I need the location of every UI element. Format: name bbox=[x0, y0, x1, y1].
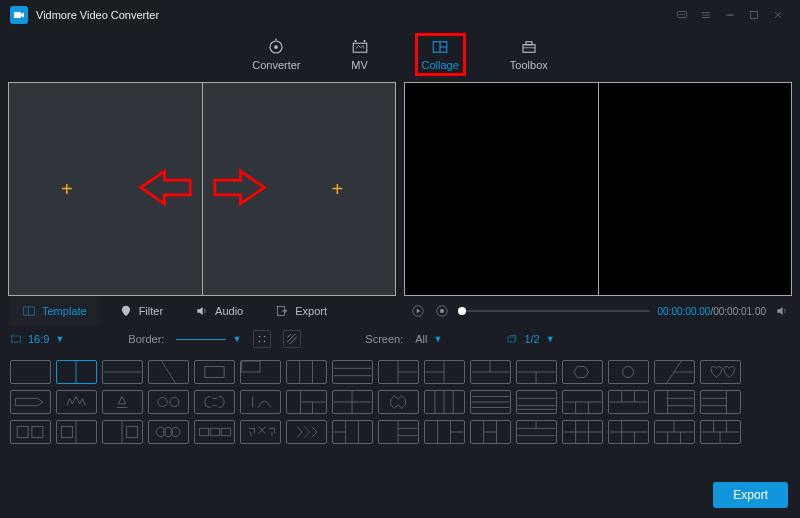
template-item[interactable] bbox=[424, 360, 465, 384]
feedback-button[interactable] bbox=[670, 3, 694, 27]
mv-icon bbox=[349, 38, 371, 56]
maximize-button[interactable] bbox=[742, 3, 766, 27]
nav-mv[interactable]: MV bbox=[345, 36, 375, 73]
preview-pane-right bbox=[599, 83, 792, 295]
close-button[interactable] bbox=[766, 3, 790, 27]
template-item[interactable] bbox=[194, 390, 235, 414]
add-media-icon[interactable]: + bbox=[331, 178, 343, 201]
svg-rect-28 bbox=[440, 309, 444, 313]
collage-icon bbox=[429, 38, 451, 56]
nav-converter[interactable]: Converter bbox=[248, 36, 304, 73]
template-item[interactable] bbox=[240, 390, 281, 414]
template-item[interactable] bbox=[562, 420, 603, 444]
template-item[interactable] bbox=[608, 390, 649, 414]
template-item[interactable] bbox=[102, 390, 143, 414]
nav-toolbox-label: Toolbox bbox=[510, 59, 548, 71]
template-item[interactable] bbox=[378, 390, 419, 414]
border-hatch-button[interactable] bbox=[283, 330, 301, 348]
border-grid-button[interactable] bbox=[253, 330, 271, 348]
template-item[interactable] bbox=[56, 360, 97, 384]
svg-rect-29 bbox=[12, 336, 21, 342]
template-item[interactable] bbox=[562, 390, 603, 414]
template-item[interactable] bbox=[470, 390, 511, 414]
title-bar: Vidmore Video Converter bbox=[0, 0, 800, 30]
nav-converter-label: Converter bbox=[252, 59, 300, 71]
nav-collage-label: Collage bbox=[422, 59, 459, 71]
template-item[interactable] bbox=[562, 360, 603, 384]
add-media-icon[interactable]: + bbox=[61, 178, 73, 201]
template-item[interactable] bbox=[700, 360, 741, 384]
progress-bar[interactable] bbox=[458, 310, 650, 312]
template-item[interactable] bbox=[516, 360, 557, 384]
menu-button[interactable] bbox=[694, 3, 718, 27]
svg-rect-100 bbox=[199, 428, 208, 435]
template-item[interactable] bbox=[700, 420, 741, 444]
collage-pane-left[interactable]: + bbox=[9, 83, 202, 295]
template-item[interactable] bbox=[378, 360, 419, 384]
preview-pane-left bbox=[405, 83, 598, 295]
play-button[interactable] bbox=[410, 303, 426, 319]
border-style-dropdown[interactable]: ▼ bbox=[176, 334, 241, 344]
template-item[interactable] bbox=[654, 360, 695, 384]
aspect-ratio-dropdown[interactable]: 16:9 ▼ bbox=[10, 333, 64, 345]
svg-point-4 bbox=[684, 14, 685, 15]
template-item[interactable] bbox=[424, 390, 465, 414]
chevron-down-icon: ▼ bbox=[434, 334, 443, 344]
stop-button[interactable] bbox=[434, 303, 450, 319]
template-item[interactable] bbox=[332, 420, 373, 444]
template-item[interactable] bbox=[654, 390, 695, 414]
template-item[interactable] bbox=[332, 360, 373, 384]
tab-audio-label: Audio bbox=[215, 305, 243, 317]
nav-toolbox[interactable]: Toolbox bbox=[506, 36, 552, 73]
tab-audio[interactable]: Audio bbox=[183, 296, 255, 326]
template-item[interactable] bbox=[286, 390, 327, 414]
template-item[interactable] bbox=[332, 390, 373, 414]
template-item[interactable] bbox=[470, 420, 511, 444]
template-item[interactable] bbox=[516, 420, 557, 444]
template-item[interactable] bbox=[608, 420, 649, 444]
template-item[interactable] bbox=[654, 420, 695, 444]
template-item[interactable] bbox=[10, 390, 51, 414]
nav-collage[interactable]: Collage bbox=[415, 33, 466, 76]
template-item[interactable] bbox=[240, 420, 281, 444]
template-item[interactable] bbox=[516, 390, 557, 414]
template-item[interactable] bbox=[378, 420, 419, 444]
svg-rect-20 bbox=[523, 44, 535, 52]
template-item[interactable] bbox=[470, 360, 511, 384]
progress-handle[interactable] bbox=[458, 307, 466, 315]
tab-export[interactable]: Export bbox=[263, 296, 339, 326]
footer: Export bbox=[713, 482, 788, 508]
minimize-button[interactable] bbox=[718, 3, 742, 27]
template-item[interactable] bbox=[286, 360, 327, 384]
template-item[interactable] bbox=[194, 360, 235, 384]
template-item[interactable] bbox=[424, 420, 465, 444]
collage-canvas[interactable]: + + bbox=[8, 82, 396, 296]
template-item[interactable] bbox=[102, 360, 143, 384]
page-indicator[interactable]: 1/2 ▼ bbox=[506, 333, 554, 345]
template-item[interactable] bbox=[148, 420, 189, 444]
template-item[interactable] bbox=[194, 420, 235, 444]
tab-filter[interactable]: Filter bbox=[107, 296, 175, 326]
tab-template[interactable]: Template bbox=[10, 296, 99, 326]
svg-point-59 bbox=[623, 367, 634, 378]
svg-rect-0 bbox=[14, 12, 21, 18]
screen-dropdown[interactable]: All ▼ bbox=[415, 333, 442, 345]
tabs-and-player-row: Template Filter Audio Export 00:00:00.00… bbox=[0, 298, 800, 324]
template-item[interactable] bbox=[148, 390, 189, 414]
export-button[interactable]: Export bbox=[713, 482, 788, 508]
template-item[interactable] bbox=[148, 360, 189, 384]
collage-pane-right[interactable]: + bbox=[203, 83, 396, 295]
template-item[interactable] bbox=[286, 420, 327, 444]
svg-point-97 bbox=[156, 427, 165, 436]
template-item[interactable] bbox=[608, 360, 649, 384]
svg-rect-21 bbox=[526, 41, 532, 44]
volume-button[interactable] bbox=[774, 303, 790, 319]
template-item[interactable] bbox=[700, 390, 741, 414]
template-item[interactable] bbox=[102, 420, 143, 444]
template-item[interactable] bbox=[240, 360, 281, 384]
template-item[interactable] bbox=[56, 390, 97, 414]
template-item[interactable] bbox=[10, 360, 51, 384]
annotation-arrow-right-icon bbox=[213, 168, 268, 211]
template-item[interactable] bbox=[10, 420, 51, 444]
template-item[interactable] bbox=[56, 420, 97, 444]
